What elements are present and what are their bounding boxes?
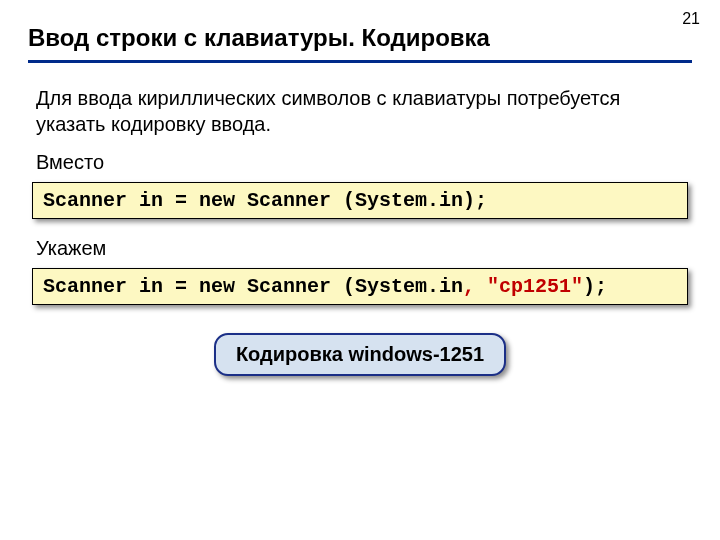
code-block-original: Scanner in = new Scanner (System.in);: [32, 182, 688, 219]
code-part-a: Scanner in = new Scanner (System.in: [43, 275, 463, 298]
code-part-highlight: , "cp1251": [463, 275, 583, 298]
slide-title: Ввод строки с клавиатуры. Кодировка: [28, 24, 692, 63]
intro-text: Для ввода кириллических символов с клави…: [36, 85, 684, 137]
label-specify: Укажем: [36, 237, 684, 260]
label-instead: Вместо: [36, 151, 684, 174]
page-number: 21: [682, 10, 700, 28]
code-block-modified: Scanner in = new Scanner (System.in, "cp…: [32, 268, 688, 305]
encoding-callout: Кодировка windows-1251: [214, 333, 506, 376]
callout-container: Кодировка windows-1251: [28, 333, 692, 376]
code-part-c: );: [583, 275, 607, 298]
